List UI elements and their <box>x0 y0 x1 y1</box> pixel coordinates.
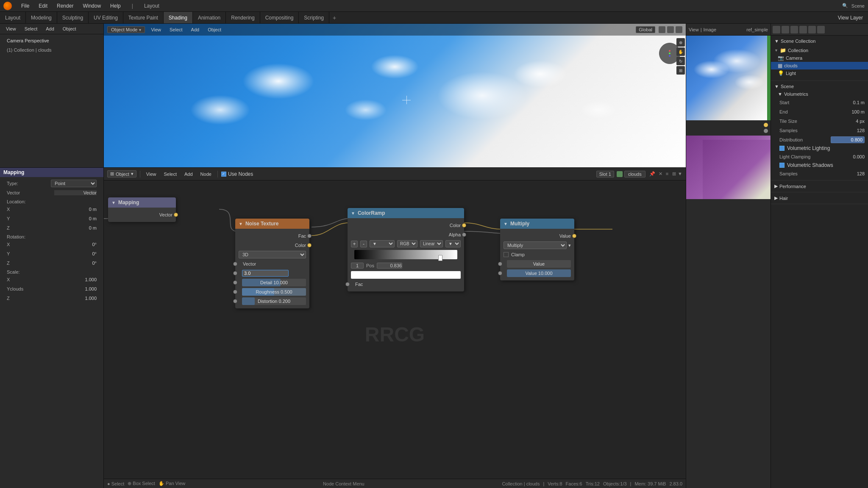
multiply-node[interactable]: ▼ Multiply Value Multiply <box>500 219 574 280</box>
colorramp-stop[interactable] <box>438 255 442 261</box>
distribution-val[interactable]: 0.800 <box>831 136 865 143</box>
tab-shading[interactable]: Shading <box>164 12 193 23</box>
colorramp-color-strip[interactable] <box>351 271 461 279</box>
cursor-icon[interactable]: ⊕ <box>676 38 685 47</box>
mapping-collapse-icon[interactable]: ▼ <box>111 200 116 205</box>
tab-layout[interactable]: Layout <box>0 12 26 23</box>
ne-node-btn[interactable]: Node <box>198 171 214 177</box>
vol-shadows-checkbox[interactable] <box>779 163 785 168</box>
tab-sculpting[interactable]: Sculpting <box>57 12 89 23</box>
vp-select-btn[interactable]: Select <box>167 26 185 33</box>
pin-icon[interactable]: 📌 <box>648 171 657 177</box>
hair-header[interactable]: ▶ Hair <box>771 194 868 202</box>
colorramp-mode-select[interactable]: RGB <box>397 240 417 247</box>
move-icon[interactable]: ✋ <box>676 47 685 56</box>
viewport-icon-3[interactable] <box>676 26 682 33</box>
multiply-value-socket-out[interactable] <box>572 234 576 238</box>
menu-file[interactable]: File <box>19 2 31 10</box>
menu-edit[interactable]: Edit <box>37 2 49 10</box>
colorramp-pos-input[interactable] <box>377 263 402 269</box>
scene-collection-header[interactable]: ▼ Scene Collection <box>771 37 868 45</box>
colorramp-linear-select[interactable]: Linear <box>420 240 443 247</box>
tab-rendering[interactable]: Rendering <box>226 12 260 23</box>
vp-view-btn[interactable]: View <box>148 26 164 33</box>
colorramp-add-btn[interactable]: + <box>351 241 358 247</box>
viewport-3d[interactable]: Object Mode ▾ View Select Add Object Glo… <box>104 24 686 168</box>
multiply-collapse-icon[interactable]: ▼ <box>504 222 508 226</box>
noise-vector-socket-in[interactable] <box>233 262 237 266</box>
tree-item-light[interactable]: 💡 Light <box>771 69 868 77</box>
slot-select[interactable]: Slot 1 <box>596 171 614 177</box>
node-canvas[interactable]: ▼ Mapping Vector ▼ Noise Texture <box>104 180 686 488</box>
colorramp-interp-select[interactable]: ▼ <box>370 240 395 247</box>
mapping-node[interactable]: ▼ Mapping Vector <box>108 197 176 222</box>
noise-fac-socket[interactable] <box>307 234 312 238</box>
noise-color-socket[interactable] <box>307 243 312 247</box>
noise-detail-slider[interactable]: Detail 10.000 <box>242 279 306 286</box>
colorramp-remove-btn[interactable]: - <box>360 241 367 247</box>
object-mode-select[interactable]: Object Mode ▾ <box>107 26 145 33</box>
options-icon[interactable]: ≡ <box>665 171 670 177</box>
use-nodes-checkbox[interactable]: ✓ <box>221 172 226 177</box>
tab-animation[interactable]: Animation <box>193 12 226 23</box>
colorramp-collapse-icon[interactable]: ▼ <box>351 211 355 216</box>
menu-help[interactable]: Help <box>108 2 122 10</box>
props-icon-6[interactable] <box>817 26 825 33</box>
scene-header[interactable]: ▼ Scene <box>771 83 868 90</box>
noise-scale-socket[interactable] <box>233 271 237 275</box>
tree-item-collection[interactable]: ▼ 📁 Collection <box>771 47 868 54</box>
props-icon-1[interactable] <box>773 26 780 33</box>
viewport-icon-2[interactable] <box>667 26 674 33</box>
rotate-icon[interactable]: ↻ <box>676 57 685 65</box>
volumetrics-header[interactable]: ▼ Volumetrics <box>771 90 868 98</box>
editor-type-select[interactable]: ⊞ Object ▾ <box>107 170 136 177</box>
menu-render[interactable]: Render <box>55 2 75 10</box>
tab-modeling[interactable]: Modeling <box>26 12 57 23</box>
props-icon-4[interactable] <box>799 26 807 33</box>
colorramp-gradient[interactable] <box>354 250 457 259</box>
ne-add-btn[interactable]: Add <box>182 171 195 177</box>
tab-compositing[interactable]: Compositing <box>260 12 299 23</box>
noise-collapse-icon[interactable]: ▼ <box>239 222 243 226</box>
viewport-icon-1[interactable] <box>659 26 665 33</box>
ne-view-btn[interactable]: View <box>144 171 159 177</box>
noise-roughness-slider[interactable]: Roughness 0.500 <box>242 288 306 296</box>
tree-item-clouds[interactable]: ▦ clouds <box>771 62 868 69</box>
colorramp-alpha-socket[interactable] <box>462 233 466 237</box>
vp-btn-add[interactable]: Add <box>43 25 57 32</box>
colorramp-node[interactable]: ▼ ColorRamp Color Alpha <box>348 208 464 291</box>
props-icon-2[interactable] <box>782 26 789 33</box>
tab-scripting[interactable]: Scripting <box>299 12 329 23</box>
noise-detail-socket[interactable] <box>233 280 237 285</box>
global-select[interactable]: Global <box>636 26 655 33</box>
multiply-method-btn[interactable]: ▾ <box>568 243 571 248</box>
vp-btn-object[interactable]: Object <box>60 25 79 32</box>
colorramp-index-input[interactable] <box>351 263 364 269</box>
props-icon-3[interactable] <box>790 26 798 33</box>
clouds-select[interactable]: clouds <box>624 171 645 177</box>
multiply-value2-slider[interactable]: Value 10.000 <box>507 269 571 277</box>
menu-window[interactable]: Window <box>81 2 103 10</box>
colorramp-color-socket[interactable] <box>462 223 466 227</box>
noise-scale-input[interactable] <box>242 270 289 277</box>
scale-icon[interactable]: ⊞ <box>676 66 685 75</box>
vol-lighting-checkbox[interactable] <box>779 146 785 151</box>
vp-object-btn[interactable]: Object <box>205 26 224 33</box>
mapping-vector-socket-out[interactable] <box>174 213 178 217</box>
multiply-value1-socket[interactable] <box>498 262 502 266</box>
noise-distortion-socket[interactable] <box>233 299 237 303</box>
tab-texture-paint[interactable]: Texture Paint <box>123 12 164 23</box>
tree-item-camera[interactable]: 📷 Camera <box>771 54 868 62</box>
noise-dimensions-select[interactable]: 3D <box>239 251 306 258</box>
menu-layout[interactable]: Layout <box>142 2 161 10</box>
noise-roughness-socket[interactable] <box>233 290 237 294</box>
performance-header[interactable]: ▶ Performance <box>771 182 868 190</box>
vp-btn-view[interactable]: View <box>3 25 19 32</box>
props-icon-5[interactable] <box>808 26 816 33</box>
vp-btn-select[interactable]: Select <box>22 25 40 32</box>
colorramp-extra-select[interactable]: ▼ <box>445 240 461 247</box>
multiply-method-select[interactable]: Multiply <box>504 241 567 249</box>
ne-right-icon2[interactable]: ▼ <box>678 171 682 177</box>
type-select[interactable]: Point <box>51 180 97 187</box>
vector-input[interactable] <box>54 190 97 195</box>
